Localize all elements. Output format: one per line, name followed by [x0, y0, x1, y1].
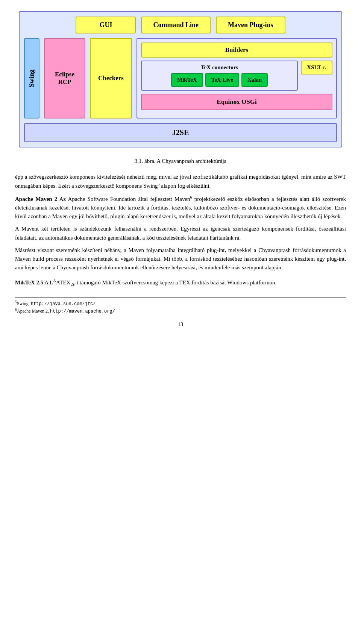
- fn5-text: Swing,: [17, 301, 31, 306]
- maven-p3: Másrészt viszont szeretnénk készíteni né…: [15, 246, 346, 272]
- figure-caption: 3.1. ábra. A Chyavanprash architektúrája: [15, 158, 346, 164]
- middle-area: Swing EclipseRCP Checkers Builders TeX c…: [24, 38, 337, 118]
- miktex-paragraph: MikTeX 2.5 A LAATEX2ε-t támogató MikTeX …: [15, 278, 346, 288]
- gui-box: GUI: [76, 17, 136, 33]
- apache-paragraph: Apache Maven 2 Az Apache Software Founda…: [15, 194, 346, 221]
- equinox-box: Equinox OSGi: [141, 94, 332, 110]
- apache-term: Apache Maven 2: [15, 196, 57, 202]
- checkers-box: Checkers: [90, 38, 132, 118]
- fn5-url: http://java.sun.com/jfc/: [31, 301, 96, 307]
- fn6-url: http://maven.apache.org/: [50, 309, 115, 314]
- j2se-box: J2SE: [24, 123, 337, 142]
- latex-sub: 2ε: [70, 282, 75, 287]
- command-line-box: Command Line: [141, 17, 211, 33]
- latex-text: ATEX: [56, 279, 70, 286]
- xslt-box: XSLT c.: [301, 61, 332, 74]
- top-row: GUI Command Line Maven Plug-ins: [24, 17, 337, 33]
- xalan-inner-box: Xalan: [241, 73, 268, 87]
- latex-superscript: A: [53, 278, 56, 283]
- miktex-inner-box: MikTeX: [171, 73, 203, 87]
- maven-p2: A Mavent két területen is szándékozunk f…: [15, 225, 346, 242]
- body-text: épp a szövegszerkesztő komponens kivitel…: [15, 173, 346, 288]
- builders-area: Builders TeX connectors MikTeX TeX Live …: [137, 38, 337, 118]
- xslt-col: XSLT c.: [301, 61, 332, 91]
- page-number: 13: [15, 322, 346, 328]
- tex-connectors-box: TeX connectors MikTeX TeX Live Xalan: [141, 61, 298, 91]
- tex-connectors-label: TeX connectors: [145, 64, 294, 71]
- footnote-6: 6Apache Maven 2, http://maven.apache.org…: [15, 307, 346, 314]
- maven-plugins-box: Maven Plug-ins: [216, 17, 285, 33]
- fn6-text: Apache Maven 2,: [17, 308, 50, 314]
- tex-inner-boxes: MikTeX TeX Live Xalan: [145, 73, 294, 87]
- eclipse-rcp-box: EclipseRCP: [44, 38, 85, 118]
- footnote-5: 5Swing, http://java.sun.com/jfc/: [15, 300, 346, 307]
- tex-connectors-row: TeX connectors MikTeX TeX Live Xalan XSL…: [141, 61, 332, 91]
- apache-text: Az Apache Software Foundation által fejl…: [57, 196, 190, 202]
- intro-end-text: alapon fog elkészülni.: [159, 183, 211, 189]
- texlive-inner-box: TeX Live: [205, 73, 239, 87]
- miktex-text-start: A L: [43, 279, 53, 286]
- footnotes-section: 5Swing, http://java.sun.com/jfc/ 6Apache…: [15, 297, 346, 314]
- diagram-outer-border: GUI Command Line Maven Plug-ins Swing Ec…: [19, 11, 342, 147]
- miktex-term: MikTeX 2.5: [15, 279, 43, 286]
- miktex-rest-text: -t támogató MikTeX szoftvercsomag képezi…: [75, 279, 276, 286]
- intro-paragraph: épp a szövegszerkesztő komponens kivitel…: [15, 173, 346, 191]
- swing-box: Swing: [24, 38, 39, 118]
- architecture-diagram: GUI Command Line Maven Plug-ins Swing Ec…: [15, 8, 346, 151]
- builders-box: Builders: [141, 43, 332, 58]
